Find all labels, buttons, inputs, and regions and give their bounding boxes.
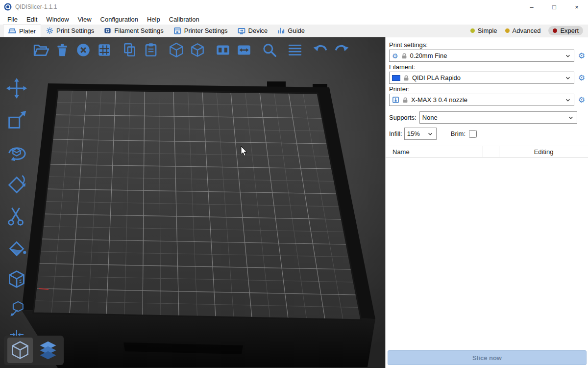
menu-calibration[interactable]: Calibration — [165, 16, 204, 23]
mode-expert[interactable]: Expert — [548, 26, 583, 35]
open-folder-icon — [33, 42, 49, 58]
brim-label: Brim: — [451, 130, 466, 137]
brim-checkbox[interactable] — [469, 130, 477, 138]
cut-button[interactable] — [5, 204, 28, 228]
tab-label: Filament Settings — [114, 27, 163, 34]
mode-simple[interactable]: Simple — [470, 27, 497, 34]
tab-guide[interactable]: Guide — [272, 25, 310, 37]
slice-now-button[interactable]: Slice now — [388, 350, 587, 365]
3d-editor-view-icon — [9, 340, 31, 361]
menu-edit[interactable]: Edit — [22, 16, 42, 23]
mode-label: Advanced — [513, 27, 541, 34]
preview-view-button[interactable] — [35, 338, 61, 363]
print-settings-edit-button[interactable]: ⚙ — [577, 51, 587, 61]
place-on-face-icon — [5, 173, 28, 195]
scale-icon — [5, 109, 28, 131]
undo-button[interactable] — [312, 41, 329, 59]
place-on-face-button[interactable] — [5, 172, 28, 196]
copy-button[interactable] — [121, 41, 139, 59]
mode-label: Expert — [560, 27, 579, 34]
gear-icon — [46, 27, 53, 34]
expert-dot-icon — [553, 28, 557, 33]
menu-window[interactable]: Window — [42, 16, 73, 23]
filament-edit-button[interactable]: ⚙ — [577, 73, 587, 83]
filament-color-swatch — [392, 75, 400, 81]
mode-label: Simple — [478, 27, 497, 34]
redo-icon — [333, 42, 350, 58]
split-arrows-out-icon — [236, 42, 252, 58]
tab-printer-settings[interactable]: Printer Settings — [169, 25, 233, 37]
menu-bar: File Edit Window View Configuration Help… — [0, 14, 588, 25]
filament-select[interactable]: QIDI PLA Rapido — [389, 72, 574, 84]
minimize-button[interactable]: – — [520, 0, 543, 14]
chevron-down-icon — [564, 97, 571, 104]
add-instance-button[interactable] — [168, 41, 185, 59]
window-title: QIDISlicer-1.1.1 — [15, 3, 57, 10]
tab-device[interactable]: Device — [233, 25, 273, 37]
column-name: Name — [386, 148, 483, 156]
tab-label: Print Settings — [56, 27, 94, 34]
print-settings-select[interactable]: ⚙ 0.20mm Fine — [389, 50, 574, 62]
infill-select[interactable]: 15% — [404, 128, 437, 140]
search-button[interactable] — [261, 41, 278, 59]
printer-edit-button[interactable]: ⚙ — [577, 95, 587, 105]
paste-icon — [143, 42, 159, 58]
tab-label: Guide — [288, 27, 305, 34]
chevron-down-icon — [564, 75, 571, 81]
merge-objects-button[interactable] — [235, 41, 253, 59]
redo-button[interactable] — [333, 41, 350, 59]
menu-view[interactable]: View — [74, 16, 96, 23]
tab-bar: Plater Print Settings Filament Settings … — [0, 25, 588, 37]
rotate-button[interactable] — [5, 140, 28, 164]
preset-gear-icon: ⚙ — [392, 53, 398, 59]
filament-icon — [104, 27, 111, 34]
split-to-parts-button[interactable] — [214, 41, 232, 59]
filament-label: Filament: — [386, 62, 588, 72]
printer-select[interactable]: X-MAX 3 0.4 nozzle — [389, 94, 574, 106]
printer-small-icon — [392, 96, 399, 104]
printer-value: X-MAX 3 0.4 nozzle — [411, 96, 467, 104]
object-list-header: Name Editing — [386, 146, 588, 158]
rotate-icon — [5, 141, 28, 163]
paste-button[interactable] — [142, 41, 160, 59]
3d-viewport[interactable] — [0, 37, 385, 368]
arrange-button[interactable] — [96, 41, 113, 59]
lock-icon — [403, 75, 410, 81]
scale-button[interactable] — [5, 108, 28, 132]
print-bed[interactable] — [0, 37, 385, 368]
delete-all-icon — [75, 42, 92, 58]
close-button[interactable]: × — [565, 0, 588, 14]
printer-icon — [173, 27, 181, 35]
undo-icon — [312, 42, 329, 58]
printer-label: Printer: — [386, 84, 588, 94]
tab-filament-settings[interactable]: Filament Settings — [99, 25, 168, 37]
delete-button[interactable] — [53, 41, 71, 59]
tab-label: Plater — [19, 27, 36, 35]
tab-plater[interactable]: Plater — [3, 25, 41, 37]
mode-advanced[interactable]: Advanced — [505, 27, 541, 34]
split-to-objects-button[interactable] — [189, 41, 206, 59]
open-file-button[interactable] — [32, 41, 50, 59]
supports-select[interactable]: None — [419, 111, 577, 124]
measure-button[interactable] — [5, 268, 28, 291]
menu-file[interactable]: File — [3, 16, 22, 23]
split-arrows-in-icon — [215, 42, 231, 58]
menu-configuration[interactable]: Configuration — [96, 16, 143, 23]
tab-label: Device — [248, 27, 268, 34]
print-settings-label: Print settings: — [386, 40, 588, 50]
arrange-icon — [96, 42, 113, 58]
tab-print-settings[interactable]: Print Settings — [41, 25, 99, 37]
search-icon — [261, 42, 278, 58]
object-list[interactable] — [386, 158, 588, 350]
emboss-button[interactable] — [8, 300, 25, 317]
column-editing: Editing — [499, 146, 588, 157]
paint-support-button[interactable] — [5, 236, 28, 260]
supports-label: Supports: — [389, 114, 416, 121]
menu-help[interactable]: Help — [143, 16, 165, 23]
paint-bucket-icon — [5, 237, 28, 259]
variable-layer-height-button[interactable] — [286, 41, 304, 59]
move-button[interactable] — [5, 77, 28, 100]
delete-all-button[interactable] — [74, 41, 92, 59]
maximize-button[interactable]: □ — [543, 0, 565, 14]
editor-view-button[interactable] — [7, 338, 33, 363]
